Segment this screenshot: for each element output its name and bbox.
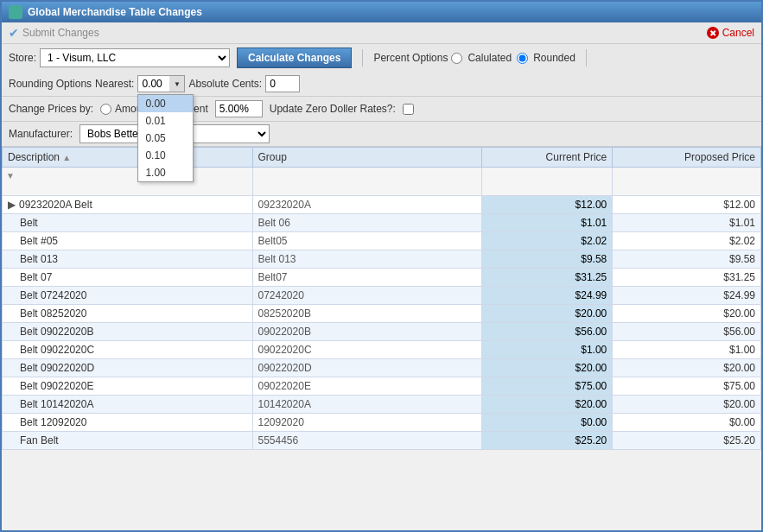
- table-row[interactable]: Belt 1209202012092020$0.00$0.00: [3, 414, 761, 432]
- table-container: Description ▲ Group Current Price Propos…: [2, 147, 761, 532]
- cell-group: 09232020A: [252, 196, 482, 214]
- store-label: Store:: [9, 52, 36, 64]
- abs-cents-input[interactable]: [265, 75, 300, 92]
- table-header-row: Description ▲ Group Current Price Propos…: [3, 148, 761, 168]
- nearest-option-0.10[interactable]: 0.10: [138, 147, 193, 164]
- cell-group: 10142020A: [252, 396, 482, 414]
- table-row[interactable]: Belt 013Belt 013$9.58$9.58: [3, 250, 761, 269]
- cell-group: Belt 06: [252, 214, 482, 232]
- cell-group: 12092020: [252, 414, 482, 432]
- cell-current-price: $24.99: [482, 287, 613, 305]
- separator-2: [586, 49, 587, 66]
- filter-cell-proposed: [613, 168, 761, 196]
- cell-group: 09022020D: [252, 359, 482, 377]
- check-icon: ✔: [9, 26, 19, 40]
- table-row[interactable]: ▶09232020A Belt09232020A$12.00$12.00: [3, 196, 761, 214]
- cell-proposed-price: $9.58: [613, 250, 761, 269]
- nearest-option-1.00[interactable]: 1.00: [138, 164, 193, 181]
- cell-proposed-price: $56.00: [613, 323, 761, 341]
- filter-cell-group: [252, 168, 482, 196]
- title-bar: Global Merchandise Table Changes: [2, 2, 761, 22]
- filter-cell-desc: ▼: [3, 168, 253, 196]
- store-select[interactable]: 1 - Visum, LLC: [40, 48, 230, 67]
- cancel-button[interactable]: ✖ Cancel: [707, 27, 754, 39]
- table-row[interactable]: Belt 09022020C09022020C$1.00$1.00: [3, 341, 761, 359]
- submit-label: Submit Changes: [22, 27, 99, 39]
- calculated-radio[interactable]: [451, 53, 462, 64]
- cell-group: 5554456: [252, 432, 482, 450]
- table-filter-row: ▼: [3, 168, 761, 196]
- cell-description: Belt #05: [3, 232, 253, 250]
- rounded-radio[interactable]: [517, 53, 528, 64]
- cell-current-price: $56.00: [482, 323, 613, 341]
- table-row[interactable]: Belt #05Belt05$2.02$2.02: [3, 232, 761, 250]
- submit-changes-button[interactable]: ✔ Submit Changes: [9, 26, 99, 40]
- cell-proposed-price: $2.02: [613, 232, 761, 250]
- calculate-changes-button[interactable]: Calculate Changes: [237, 48, 352, 68]
- cell-proposed-price: $20.00: [613, 359, 761, 377]
- cell-description: Belt 09022020E: [3, 377, 253, 396]
- table-row[interactable]: Fan Belt5554456$25.20$25.20: [3, 432, 761, 450]
- nearest-dropdown-menu: 0.00 0.01 0.05 0.10 1.00: [137, 94, 194, 182]
- cell-group: 09022020B: [252, 323, 482, 341]
- zero-dollar-label: Update Zero Doller Rates?:: [270, 103, 396, 115]
- rounding-label: Rounding Options: [9, 78, 92, 90]
- cell-proposed-price: $25.20: [613, 432, 761, 450]
- cell-current-price: $9.58: [482, 250, 613, 269]
- cell-proposed-price: $31.25: [613, 269, 761, 287]
- cell-description: ▶09232020A Belt: [3, 196, 253, 214]
- cell-group: Belt05: [252, 232, 482, 250]
- zero-dollar-checkbox[interactable]: [403, 104, 414, 115]
- cell-group: 09022020E: [252, 377, 482, 396]
- cell-current-price: $1.01: [482, 214, 613, 232]
- cell-description: Belt 09022020D: [3, 359, 253, 377]
- toolbar: ✔ Submit Changes ✖ Cancel: [2, 22, 761, 44]
- cell-description: Belt 08252020: [3, 305, 253, 323]
- table-row[interactable]: Belt 09022020B09022020B$56.00$56.00: [3, 323, 761, 341]
- table-body: ▶09232020A Belt09232020A$12.00$12.00Belt…: [3, 196, 761, 450]
- cell-group: 08252020B: [252, 305, 482, 323]
- change-prices-label: Change Prices by:: [9, 103, 93, 115]
- nearest-input-wrap: ▼ 0.00 0.01 0.05 0.10 1.00: [137, 75, 185, 92]
- cell-description: Belt 10142020A: [3, 396, 253, 414]
- nearest-option-0.01[interactable]: 0.01: [138, 112, 193, 130]
- cell-proposed-price: $24.99: [613, 287, 761, 305]
- percent-options-radios: Calulated Rounded: [451, 52, 575, 64]
- rounding-options-group: Rounding Options Nearest: ▼ 0.00 0.01 0.…: [9, 75, 300, 92]
- cell-current-price: $25.20: [482, 432, 613, 450]
- nearest-option-0.05[interactable]: 0.05: [138, 130, 193, 147]
- cell-group: 09022020C: [252, 341, 482, 359]
- cell-current-price: $75.00: [482, 377, 613, 396]
- table-row[interactable]: Belt 0724202007242020$24.99$24.99: [3, 287, 761, 305]
- cancel-label: Cancel: [722, 27, 754, 39]
- col-proposed-price: Proposed Price: [613, 148, 761, 168]
- cell-group: Belt 013: [252, 250, 482, 269]
- separator-1: [362, 49, 363, 66]
- table-row[interactable]: Belt 07Belt07$31.25$31.25: [3, 269, 761, 287]
- table-row[interactable]: BeltBelt 06$1.01$1.01: [3, 214, 761, 232]
- amount-radio[interactable]: [100, 104, 111, 115]
- table-row[interactable]: Belt 0825202008252020B$20.00$20.00: [3, 305, 761, 323]
- col-group: Group: [252, 148, 482, 168]
- cell-proposed-price: $20.00: [613, 396, 761, 414]
- cell-proposed-price: $1.01: [613, 214, 761, 232]
- cell-proposed-price: $1.00: [613, 341, 761, 359]
- filter-group-input[interactable]: [257, 176, 479, 187]
- cell-proposed-price: $0.00: [613, 414, 761, 432]
- table-row[interactable]: Belt 09022020E09022020E$75.00$75.00: [3, 377, 761, 396]
- cell-current-price: $20.00: [482, 396, 613, 414]
- cell-description: Belt 07: [3, 269, 253, 287]
- nearest-option-0.00[interactable]: 0.00: [138, 95, 193, 112]
- controls-row-2: Change Prices by: Amount Percent Update …: [2, 97, 761, 122]
- rounded-label: Rounded: [533, 52, 575, 64]
- merchandise-table: Description ▲ Group Current Price Propos…: [2, 147, 761, 450]
- cell-current-price: $12.00: [482, 196, 613, 214]
- window-title: Global Merchandise Table Changes: [28, 6, 202, 18]
- filter-description-input[interactable]: [6, 182, 249, 193]
- percent-value-input[interactable]: [215, 100, 263, 117]
- table-row[interactable]: Belt 10142020A10142020A$20.00$20.00: [3, 396, 761, 414]
- table-row[interactable]: Belt 09022020D09022020D$20.00$20.00: [3, 359, 761, 377]
- cell-current-price: $2.02: [482, 232, 613, 250]
- store-group: Store: 1 - Visum, LLC: [9, 48, 230, 67]
- nearest-dropdown-arrow[interactable]: ▼: [169, 75, 185, 92]
